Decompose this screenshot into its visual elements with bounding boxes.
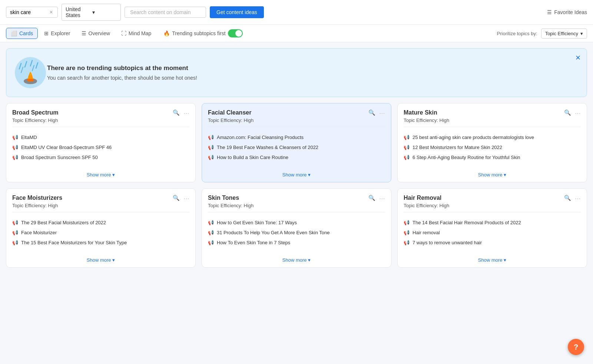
card-item: 📢 How to Build a Skin Care Routine (208, 152, 385, 162)
search-icon[interactable]: 🔍 (564, 109, 571, 116)
banner-title: There are no trending subtopics at the m… (47, 64, 197, 72)
show-more-link[interactable]: Show more ▾ (202, 253, 391, 267)
card-item: 📢 How To Even Skin Tone in 7 Steps (208, 238, 385, 248)
tab-explorer-label: Explorer (51, 30, 70, 36)
explorer-icon: ⊞ (44, 30, 49, 36)
card-broad-spectrum: Broad Spectrum Topic Efficiency: High 🔍 … (6, 103, 196, 182)
search-input[interactable] (10, 9, 47, 15)
card-mature-skin: Mature Skin Topic Efficiency: High 🔍 ···… (397, 103, 587, 182)
megaphone-icon: 📢 (208, 240, 214, 245)
card-item-text: Amazon.com: Facial Cleansing Products (217, 135, 304, 140)
trending-label-text: Trending subtopics first (172, 30, 225, 36)
card-actions: 🔍 ··· (173, 109, 189, 116)
show-more-link[interactable]: Show more ▾ (398, 253, 587, 267)
search-icon[interactable]: 🔍 (173, 195, 180, 201)
megaphone-icon: 📢 (208, 145, 214, 150)
card-item-text: 12 Best Moisturizers for Mature Skin 202… (413, 145, 502, 150)
more-options-icon[interactable]: ··· (575, 195, 581, 201)
more-options-icon[interactable]: ··· (379, 110, 385, 116)
priority-value: Topic Efficiency (545, 31, 578, 36)
tab-overview[interactable]: ☰ Overview (77, 28, 115, 39)
tab-cards-label: Cards (19, 30, 33, 36)
flame-icon: 🔥 (163, 30, 170, 36)
card-item-text: 25 best anti-aging skin care products de… (413, 135, 534, 140)
card-item: 📢 How to Get Even Skin Tone: 17 Ways (208, 218, 385, 228)
card-actions: 🔍 ··· (368, 109, 385, 116)
card-item-text: Face Moisturizer (21, 230, 57, 235)
banner-description: You can search for another topic, there … (47, 75, 197, 81)
card-item: 📢 25 best anti-aging skin care products … (404, 132, 581, 142)
chevron-down-icon: ▾ (580, 31, 583, 36)
card-item-text: How to Build a Skin Care Routine (217, 155, 288, 160)
megaphone-icon: 📢 (12, 155, 18, 160)
cards-grid: Broad Spectrum Topic Efficiency: High 🔍 … (0, 103, 593, 274)
megaphone-icon: 📢 (12, 135, 18, 140)
card-title-area: Skin Tones Topic Efficiency: High (208, 195, 368, 208)
search-icon[interactable]: 🔍 (368, 195, 375, 201)
more-options-icon[interactable]: ··· (379, 195, 385, 201)
card-item-text: Broad Spectrum Sunscreen SPF 50 (21, 155, 98, 160)
show-more-link[interactable]: Show more ▾ (202, 168, 391, 182)
card-title: Broad Spectrum (12, 109, 173, 116)
clear-icon[interactable]: ✕ (49, 10, 53, 15)
card-body: 📢 The 29 Best Facial Moisturizers of 202… (6, 212, 195, 253)
card-item-text: EltaMD UV Clear Broad-Spectrum SPF 46 (21, 145, 112, 150)
card-item: 📢 Face Moisturizer (12, 228, 189, 238)
prioritize-label: Prioritize topics by: (497, 31, 537, 36)
card-header: Skin Tones Topic Efficiency: High 🔍 ··· (202, 189, 391, 212)
search-icon[interactable]: 🔍 (173, 109, 180, 116)
card-actions: 🔍 ··· (173, 195, 189, 201)
tab-mindmap[interactable]: ⛶ Mind Map (116, 28, 156, 39)
search-icon[interactable]: 🔍 (564, 195, 571, 201)
trending-banner: There are no trending subtopics at the m… (6, 48, 587, 97)
megaphone-icon: 📢 (404, 135, 410, 140)
card-actions: 🔍 ··· (564, 109, 581, 116)
trending-toggle[interactable] (228, 29, 243, 37)
more-options-icon[interactable]: ··· (575, 110, 581, 116)
domain-search[interactable]: Search content on domain (125, 7, 206, 18)
show-more-link[interactable]: Show more ▾ (398, 168, 587, 182)
card-title: Facial Cleanser (208, 109, 368, 116)
show-more-link[interactable]: Show more ▾ (6, 168, 195, 182)
card-title-area: Face Moisturizers Topic Efficiency: High (12, 195, 173, 208)
more-options-icon[interactable]: ··· (183, 195, 189, 201)
overview-icon: ☰ (82, 30, 86, 36)
card-item: 📢 7 ways to remove unwanted hair (404, 238, 581, 248)
show-more-link[interactable]: Show more ▾ (6, 253, 195, 267)
megaphone-icon: 📢 (404, 230, 410, 235)
card-item-text: How To Even Skin Tone in 7 Steps (217, 240, 290, 245)
card-item: 📢 The 14 Best Facial Hair Removal Produc… (404, 218, 581, 228)
card-item-text: The 19 Best Face Washes & Cleansers of 2… (217, 145, 318, 150)
more-options-icon[interactable]: ··· (183, 110, 189, 116)
country-select[interactable]: United States ▾ (62, 4, 121, 21)
banner-close-button[interactable]: ✕ (575, 54, 581, 62)
tab-mindmap-label: Mind Map (129, 30, 151, 36)
country-label: United States (66, 6, 90, 18)
card-item: 📢 6 Step Anti-Aging Beauty Routine for Y… (404, 152, 581, 162)
trending-toggle-area: 🔥 Trending subtopics first (163, 29, 242, 37)
card-item-text: The 15 Best Face Moisturizers for Your S… (21, 240, 127, 245)
megaphone-icon: 📢 (404, 220, 410, 225)
card-title-area: Facial Cleanser Topic Efficiency: High (208, 109, 368, 123)
list-icon: ☰ (547, 9, 552, 15)
priority-select[interactable]: Topic Efficiency ▾ (541, 29, 587, 39)
card-item: 📢 12 Best Moisturizers for Mature Skin 2… (404, 142, 581, 152)
megaphone-icon: 📢 (208, 155, 214, 160)
card-title: Mature Skin (404, 109, 564, 116)
card-item-text: The 14 Best Facial Hair Removal Products… (413, 220, 521, 225)
tab-cards[interactable]: ⬜ Cards (6, 28, 38, 39)
tab-explorer[interactable]: ⊞ Explorer (39, 28, 75, 39)
search-icon[interactable]: 🔍 (368, 109, 375, 116)
tabs-bar: ⬜ Cards ⊞ Explorer ☰ Overview ⛶ Mind Map… (0, 25, 593, 42)
megaphone-icon: 📢 (404, 155, 410, 160)
favorite-ideas-link[interactable]: ☰ Favorite Ideas (547, 9, 587, 15)
card-title-area: Hair Removal Topic Efficiency: High (404, 195, 564, 208)
card-item: 📢 The 15 Best Face Moisturizers for Your… (12, 238, 189, 248)
banner-content: There are no trending subtopics at the m… (47, 64, 197, 81)
get-content-ideas-button[interactable]: Get content ideas (210, 6, 264, 18)
card-item: 📢 Hair removal (404, 228, 581, 238)
megaphone-icon: 📢 (12, 220, 18, 225)
card-efficiency: Topic Efficiency: High (208, 203, 368, 208)
search-box: ✕ (6, 7, 58, 18)
header: ✕ United States ▾ Search content on doma… (0, 0, 593, 25)
